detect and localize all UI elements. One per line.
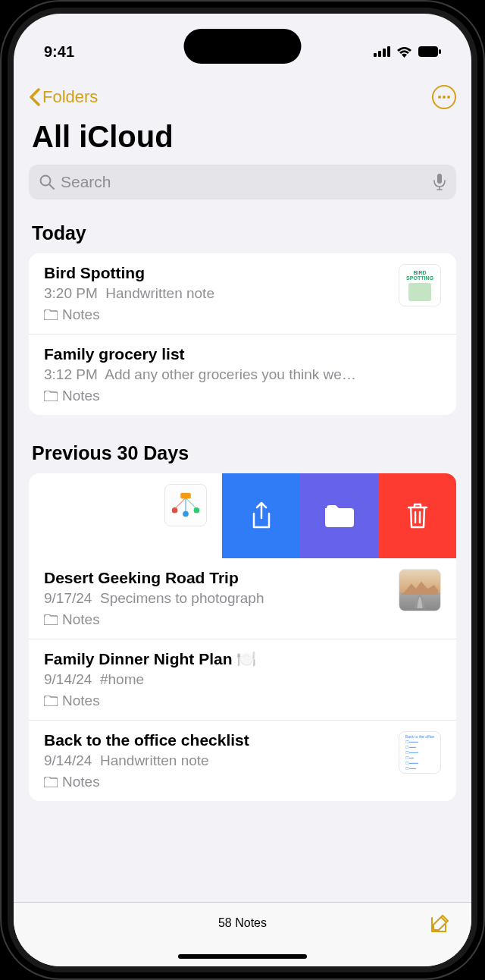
- swipe-delete-button[interactable]: [378, 473, 456, 558]
- section-header-previous: Previous 30 Days: [14, 436, 471, 473]
- note-title: Bird Spotting: [44, 264, 388, 282]
- swipe-move-button[interactable]: [300, 473, 378, 558]
- chevron-left-icon: [29, 88, 41, 106]
- search-input[interactable]: [61, 173, 427, 191]
- svg-rect-2: [383, 49, 386, 57]
- svg-point-16: [172, 507, 178, 514]
- swipe-share-button[interactable]: [222, 473, 300, 558]
- note-meta: 3:12 PM Add any other groceries you thin…: [44, 366, 441, 383]
- note-folder: Notes: [44, 388, 441, 404]
- note-thumbnail: BIRD SPOTTING: [399, 264, 441, 306]
- note-row[interactable]: Bird Spotting 3:20 PM Handwritten note N…: [29, 253, 456, 334]
- note-title: my: [29, 484, 154, 502]
- note-row[interactable]: Back to the office checklist 9/14/24 Han…: [29, 720, 456, 801]
- note-row[interactable]: Desert Geeking Road Trip 9/17/24 Specime…: [29, 558, 456, 639]
- folder-icon: [44, 309, 58, 320]
- note-title: Desert Geeking Road Trip: [44, 569, 388, 587]
- svg-rect-15: [180, 493, 190, 499]
- note-row[interactable]: Family Dinner Night Plan 🍽️ 9/14/24 #hom…: [29, 639, 456, 720]
- share-icon: [250, 501, 273, 530]
- svg-rect-3: [387, 46, 390, 57]
- trash-icon: [407, 503, 428, 529]
- svg-point-7: [443, 96, 446, 99]
- note-count: 58 Notes: [218, 916, 267, 930]
- battery-icon: [418, 46, 441, 57]
- note-title: Back to the office checklist: [44, 731, 388, 749]
- note-folder: Notes: [44, 611, 388, 628]
- folder-icon: [44, 777, 58, 787]
- svg-point-18: [194, 507, 200, 514]
- note-row-swiped[interactable]: my: [29, 473, 456, 558]
- compose-icon: [429, 913, 450, 934]
- notes-card-today: Bird Spotting 3:20 PM Handwritten note N…: [29, 253, 456, 415]
- status-indicators: [374, 46, 441, 58]
- folder-icon: [44, 614, 58, 625]
- svg-rect-4: [418, 46, 438, 57]
- svg-line-10: [49, 184, 54, 189]
- back-label: Folders: [42, 87, 98, 107]
- note-meta: 9/17/24 Specimens to photograph: [44, 590, 388, 607]
- status-time: 9:41: [44, 43, 74, 61]
- note-row[interactable]: Family grocery list 3:12 PM Add any othe…: [29, 334, 456, 415]
- svg-rect-5: [439, 49, 441, 54]
- home-indicator[interactable]: [178, 954, 307, 959]
- mic-icon[interactable]: [433, 174, 446, 190]
- wifi-icon: [396, 46, 412, 58]
- note-meta: 9/14/24 Handwritten note: [44, 752, 388, 769]
- search-bar[interactable]: [29, 165, 456, 199]
- back-button[interactable]: Folders: [29, 87, 98, 107]
- note-thumbnail: [164, 484, 207, 526]
- folder-icon: [44, 696, 58, 706]
- note-folder: Notes: [44, 306, 388, 323]
- svg-line-14: [186, 498, 196, 508]
- ellipsis-icon: [437, 96, 451, 99]
- note-folder: Notes: [44, 693, 441, 709]
- compose-button[interactable]: [429, 913, 450, 938]
- svg-point-8: [447, 96, 450, 99]
- search-icon: [39, 174, 55, 190]
- cellular-icon: [374, 46, 390, 57]
- svg-line-12: [175, 498, 186, 508]
- svg-point-6: [438, 96, 441, 99]
- svg-point-17: [183, 511, 189, 517]
- svg-rect-1: [378, 51, 381, 57]
- note-thumbnail: [399, 569, 441, 611]
- nav-bar: Folders: [14, 74, 471, 109]
- svg-rect-0: [374, 53, 377, 57]
- note-thumbnail: Back to the office☐ ━━━━☐ ━━━☐ ━━━━☐ ━━☐…: [399, 731, 441, 774]
- note-title: Family Dinner Night Plan 🍽️: [44, 650, 441, 668]
- note-folder: Notes: [44, 774, 388, 790]
- page-title: All iCloud: [14, 109, 471, 165]
- svg-rect-11: [437, 174, 442, 184]
- note-title: Family grocery list: [44, 345, 441, 363]
- more-button[interactable]: [432, 85, 456, 109]
- folder-icon: [44, 391, 58, 401]
- note-meta: 9/14/24 #home: [44, 671, 441, 688]
- folder-icon: [325, 504, 354, 527]
- notes-card-previous: my: [29, 473, 456, 801]
- section-header-today: Today: [14, 216, 471, 253]
- note-meta: 3:20 PM Handwritten note: [44, 285, 388, 302]
